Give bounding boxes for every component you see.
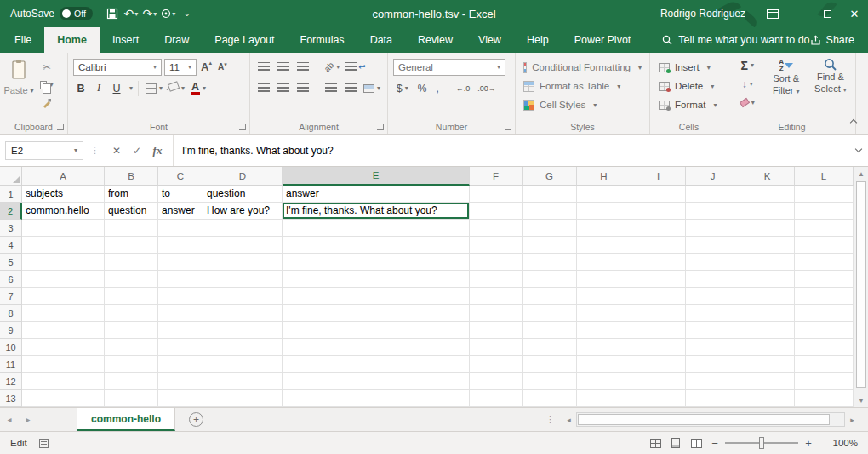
column-header-I[interactable]: I (631, 167, 686, 186)
row-header-9[interactable]: 9 (0, 322, 22, 339)
row-header-13[interactable]: 13 (0, 390, 22, 407)
cell-K8[interactable] (740, 305, 795, 322)
cell-C4[interactable] (158, 237, 203, 254)
cell-C1[interactable]: to (158, 186, 203, 203)
cell-D8[interactable] (203, 305, 283, 322)
cell-L2[interactable] (795, 203, 854, 220)
undo-button[interactable]: ↶▾ (122, 3, 140, 25)
cell-L13[interactable] (795, 390, 854, 407)
share-button[interactable]: Share (810, 27, 854, 53)
cell-C3[interactable] (158, 220, 203, 237)
increase-indent-button[interactable] (342, 80, 359, 97)
cell-I13[interactable] (631, 390, 686, 407)
cell-G10[interactable] (523, 339, 577, 356)
cell-L5[interactable] (795, 254, 854, 271)
wrap-text-button[interactable]: ↩ (344, 59, 367, 76)
row-header-3[interactable]: 3 (0, 220, 22, 237)
horizontal-scrollbar-track[interactable] (576, 412, 845, 427)
expand-formula-bar-button[interactable] (849, 149, 868, 152)
bold-button[interactable]: B (73, 83, 89, 95)
cell-G8[interactable] (523, 305, 577, 322)
cell-J4[interactable] (686, 237, 740, 254)
font-color-button[interactable]: A▾ (189, 80, 208, 97)
cell-F2[interactable] (470, 203, 523, 220)
cell-A11[interactable] (22, 356, 105, 373)
conditional-formatting-button[interactable]: Conditional Formatting ▾ (519, 58, 646, 77)
cell-J11[interactable] (686, 356, 740, 373)
column-header-B[interactable]: B (105, 167, 158, 186)
copy-button[interactable]: ▾ (37, 78, 57, 92)
cell-E9[interactable] (283, 322, 470, 339)
align-left-button[interactable] (255, 80, 272, 97)
cell-styles-button[interactable]: Cell Styles ▾ (519, 95, 646, 114)
zoom-out-button[interactable]: − (706, 437, 723, 450)
cell-B8[interactable] (105, 305, 158, 322)
cell-F4[interactable] (470, 237, 523, 254)
cell-I11[interactable] (631, 356, 686, 373)
cell-G13[interactable] (523, 390, 577, 407)
cell-I6[interactable] (631, 271, 686, 288)
format-cells-button[interactable]: Format ▾ (654, 95, 724, 114)
cell-F6[interactable] (470, 271, 523, 288)
cell-G2[interactable] (523, 203, 577, 220)
page-layout-view-button[interactable] (665, 436, 686, 450)
sort-filter-button[interactable]: AZ Sort & Filter▾ (765, 57, 808, 111)
user-name[interactable]: Rodrigo Rodriguez (660, 8, 745, 20)
select-all-corner[interactable] (0, 167, 22, 186)
cell-B1[interactable]: from (105, 186, 158, 203)
borders-button[interactable]: ▾ (144, 80, 164, 97)
touch-mode-button[interactable]: ▾ (159, 3, 178, 25)
cell-F8[interactable] (470, 305, 523, 322)
cell-H10[interactable] (577, 339, 631, 356)
cell-D9[interactable] (203, 322, 283, 339)
cell-L7[interactable] (795, 288, 854, 305)
cell-K7[interactable] (740, 288, 795, 305)
cell-A7[interactable] (22, 288, 105, 305)
row-header-1[interactable]: 1 (0, 186, 22, 203)
cell-J6[interactable] (686, 271, 740, 288)
cell-H8[interactable] (577, 305, 631, 322)
column-header-G[interactable]: G (523, 167, 577, 186)
cell-D1[interactable]: question (203, 186, 283, 203)
font-dialog-launcher[interactable] (239, 124, 246, 130)
cell-G5[interactable] (523, 254, 577, 271)
middle-align-button[interactable] (275, 59, 292, 76)
cell-K1[interactable] (740, 186, 795, 203)
cell-K12[interactable] (740, 373, 795, 390)
fill-button[interactable]: ↓▾ (732, 76, 763, 92)
increase-font-size-button[interactable]: A▴ (199, 60, 214, 73)
insert-cells-button[interactable]: Insert ▾ (654, 58, 724, 77)
scroll-up-icon[interactable]: ▲ (854, 167, 868, 181)
top-align-button[interactable] (255, 59, 272, 76)
cell-J1[interactable] (686, 186, 740, 203)
cell-G12[interactable] (523, 373, 577, 390)
cell-K6[interactable] (740, 271, 795, 288)
cell-K2[interactable] (740, 203, 795, 220)
cell-L3[interactable] (795, 220, 854, 237)
cell-G6[interactable] (523, 271, 577, 288)
horizontal-scrollbar-thumb[interactable] (578, 414, 830, 425)
cell-E2[interactable]: I'm fine, thanks. What about you? (283, 203, 470, 220)
tab-formulas[interactable]: Formulas (288, 27, 357, 53)
scroll-down-icon[interactable]: ▼ (854, 394, 868, 407)
paste-button[interactable]: Paste▾ (3, 56, 34, 110)
autosum-button[interactable]: Σ▾ (732, 57, 763, 73)
column-header-C[interactable]: C (158, 167, 203, 186)
column-header-E[interactable]: E (283, 167, 470, 186)
cell-E8[interactable] (283, 305, 470, 322)
column-header-L[interactable]: L (795, 167, 854, 186)
zoom-in-button[interactable]: + (800, 437, 817, 450)
cell-K3[interactable] (740, 220, 795, 237)
cell-F1[interactable] (470, 186, 523, 203)
align-right-button[interactable] (294, 80, 311, 97)
autosave-toggle[interactable]: Off (60, 7, 93, 20)
previous-sheet-button[interactable]: ◂ (0, 408, 19, 431)
cell-A4[interactable] (22, 237, 105, 254)
vertical-scrollbar-thumb[interactable] (856, 181, 866, 388)
cell-D5[interactable] (203, 254, 283, 271)
cell-I1[interactable] (631, 186, 686, 203)
cell-C7[interactable] (158, 288, 203, 305)
decrease-font-size-button[interactable]: A▾ (216, 62, 229, 72)
redo-button[interactable]: ↷▾ (140, 3, 159, 25)
cell-B9[interactable] (105, 322, 158, 339)
